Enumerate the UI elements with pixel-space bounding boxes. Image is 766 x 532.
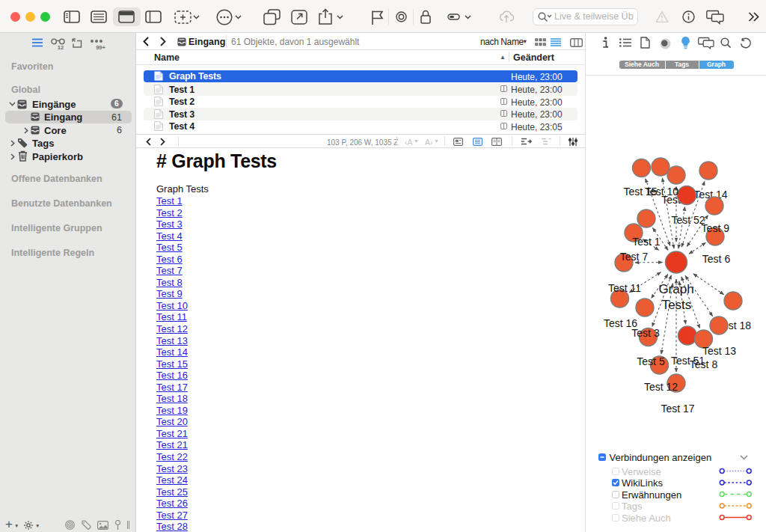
svg-text:Test 13: Test 13 [702,345,736,357]
svg-text:12: 12 [58,44,64,50]
svg-text:99+: 99+ [96,44,105,50]
svg-text:Test 6: Test 6 [702,253,731,265]
svg-text:Test 7: Test 7 [620,251,649,263]
svg-text:Test 10: Test 10 [645,186,678,198]
svg-text:Test 1: Test 1 [632,236,661,248]
svg-text:Graph: Graph [658,282,693,296]
svg-text:Test 8: Test 8 [690,358,718,370]
svg-text:Test 12: Test 12 [644,381,678,393]
svg-text:Test 9: Test 9 [702,222,730,234]
svg-text:Tests: Tests [662,298,692,312]
svg-text:Test 17: Test 17 [661,403,694,415]
svg-text:Test 5: Test 5 [637,355,665,367]
svg-text:Test 3: Test 3 [631,327,660,339]
svg-text:Test 11: Test 11 [608,282,641,294]
svg-text:Test 52: Test 52 [671,214,705,226]
